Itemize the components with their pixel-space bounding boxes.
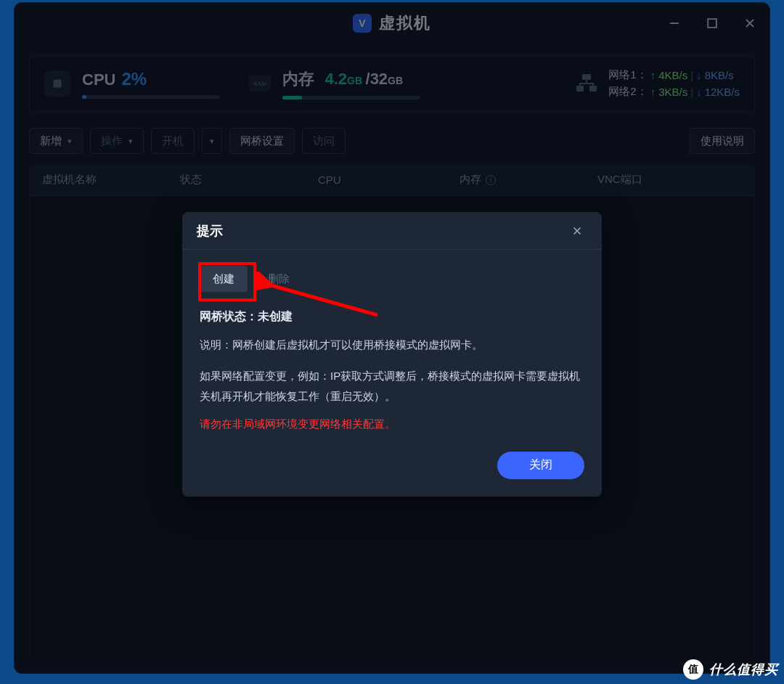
modal-dialog: 提示 创建 删除 网桥状态：未创建 说明：网桥创建后虚拟机才可以使用桥接模式的虚…: [182, 212, 602, 497]
modal-overlay: 提示 创建 删除 网桥状态：未创建 说明：网桥创建后虚拟机才可以使用桥接模式的虚…: [15, 3, 769, 673]
modal-close-button[interactable]: [567, 221, 587, 241]
modal-desc-1: 说明：网桥创建后虚拟机才可以使用桥接模式的虚拟网卡。: [200, 335, 584, 356]
modal-title: 提示: [197, 222, 223, 240]
watermark-text: 什么值得买: [709, 661, 778, 678]
annotation-arrow: [254, 272, 385, 322]
app-window: V 虚拟机 CPU2% RAM 内存 4.2GB /3: [15, 3, 769, 673]
modal-desc-2: 如果网络配置变更，例如：IP获取方式调整后，桥接模式的虚拟网卡需要虚拟机关机再开…: [200, 366, 584, 407]
watermark-badge: 值: [683, 659, 703, 680]
modal-warning: 请勿在非局域网环境变更网络相关配置。: [200, 418, 584, 431]
modal-titlebar: 提示: [182, 212, 602, 250]
modal-footer: 关闭: [182, 439, 602, 497]
svg-line-15: [269, 285, 377, 315]
watermark: 值 什么值得买: [683, 659, 778, 680]
modal-close-primary-button[interactable]: 关闭: [497, 452, 584, 479]
annotation-rect: [198, 262, 256, 301]
